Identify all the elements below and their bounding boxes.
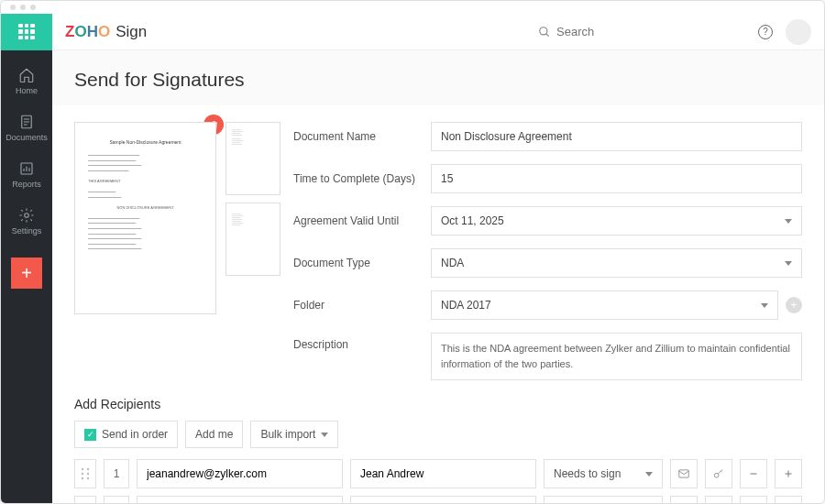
sidebar-item-label: Settings [12, 226, 42, 236]
valid-until-value: Oct 11, 2025 [441, 214, 504, 227]
recipient-name-input[interactable] [350, 496, 536, 503]
folder-select[interactable]: NDA 2017 [431, 290, 778, 320]
home-icon [18, 67, 35, 83]
recipient-add-button[interactable] [775, 496, 802, 503]
svg-point-0 [540, 27, 547, 34]
description-textarea[interactable]: This is the NDA agreement between Zylker… [431, 333, 802, 380]
zoho-logo-icon: ZOHO [65, 23, 110, 41]
help-icon[interactable]: ? [758, 25, 773, 39]
app-name: Sign [116, 23, 147, 41]
svg-point-18 [714, 473, 719, 477]
add-button[interactable]: + [11, 257, 42, 289]
doc-type-value: NDA [441, 257, 464, 269]
document-preview: Sample Non-Disclosure Agreement ━━━━━━━━… [74, 122, 280, 314]
page-title: Send for Signatures [52, 50, 824, 105]
recipient-row: 1 Needs to sign [74, 459, 802, 488]
minus-icon [747, 467, 760, 480]
recipient-email-input[interactable] [137, 459, 343, 488]
add-folder-button[interactable]: + [786, 297, 802, 313]
desc-label: Description [293, 333, 431, 351]
svg-point-10 [25, 214, 29, 218]
drag-handle[interactable] [74, 496, 96, 503]
sidebar-item-label: Home [16, 86, 38, 95]
key-icon [712, 467, 725, 480]
sidebar-item-settings[interactable]: Settings [1, 202, 52, 241]
recipient-action-select[interactable]: Needs to sign [544, 459, 663, 488]
gear-icon [18, 207, 35, 224]
traffic-light-max-icon[interactable] [30, 5, 36, 10]
search-wrap[interactable] [538, 25, 740, 38]
recipient-add-button[interactable] [775, 459, 802, 488]
folder-label: Folder [293, 299, 431, 312]
recipient-email-input[interactable] [137, 496, 343, 503]
recipient-row: 1 Needs to sign [74, 496, 802, 503]
recipient-remove-button[interactable] [740, 496, 767, 503]
chevron-down-icon [785, 219, 792, 224]
order-input[interactable]: 1 [104, 496, 129, 503]
recipient-auth-button[interactable] [705, 459, 732, 488]
svg-point-15 [82, 477, 83, 479]
svg-point-12 [87, 468, 89, 470]
plus-icon [782, 467, 795, 480]
valid-label: Agreement Valid Until [293, 214, 431, 227]
order-input[interactable]: 1 [104, 459, 129, 488]
chevron-down-icon [761, 303, 768, 308]
sidebar-item-reports[interactable]: Reports [1, 155, 52, 194]
reports-icon [18, 160, 35, 177]
chevron-down-icon [785, 261, 792, 266]
recipient-auth-button[interactable] [705, 496, 732, 503]
recipient-message-button[interactable] [670, 496, 698, 503]
svg-rect-17 [679, 470, 689, 477]
add-me-label: Add me [195, 428, 233, 441]
search-icon [538, 26, 551, 38]
sidebar-item-home[interactable]: Home [1, 61, 52, 101]
chevron-down-icon [321, 433, 328, 437]
recipient-name-input[interactable] [350, 459, 536, 488]
document-page-1[interactable]: Sample Non-Disclosure Agreement ━━━━━━━━… [74, 122, 216, 314]
sidebar-item-label: Reports [12, 180, 41, 189]
check-icon: ✓ [84, 429, 96, 441]
doc-name-label: Document Name [293, 130, 431, 143]
send-in-order-checkbox[interactable]: ✓ Send in order [74, 421, 178, 448]
time-input[interactable] [431, 164, 802, 193]
valid-until-select[interactable]: Oct 11, 2025 [431, 206, 802, 236]
search-input[interactable] [556, 25, 740, 38]
drag-handle[interactable] [74, 459, 96, 488]
sidebar-item-documents[interactable]: Documents [1, 108, 52, 148]
folder-value: NDA 2017 [441, 299, 491, 312]
document-page-2[interactable]: ━━━━━━━━━━━━━━━━━━━━━━━━━━━━━━━━━━━━━━━━… [226, 122, 280, 195]
apps-grid-icon [18, 24, 35, 40]
type-label: Document Type [293, 257, 431, 269]
recipients-title: Add Recipients [74, 397, 802, 411]
sidebar: Home Documents Reports Settings + [1, 50, 52, 503]
doc-name-input[interactable] [431, 122, 802, 151]
recipient-action-value: Needs to sign [554, 467, 621, 480]
svg-point-14 [87, 473, 89, 475]
bulk-import-label: Bulk import [260, 428, 315, 441]
document-page-3[interactable]: ━━━━━━━━━━━━━━━━━━━━━━━━━━━━━━━━━━━━━━━━… [226, 203, 280, 276]
traffic-light-close-icon[interactable] [10, 5, 16, 10]
traffic-light-min-icon[interactable] [20, 5, 26, 10]
doc-type-select[interactable]: NDA [431, 248, 802, 278]
message-icon [677, 467, 690, 480]
sidebar-item-label: Documents [6, 133, 48, 142]
add-me-button[interactable]: Add me [185, 421, 243, 448]
avatar[interactable] [786, 19, 811, 45]
documents-icon [18, 114, 35, 130]
recipient-remove-button[interactable] [740, 459, 767, 488]
main-content: Send for Signatures Sample Non-Disclosur… [52, 50, 824, 503]
svg-point-11 [82, 468, 83, 470]
svg-point-13 [82, 473, 83, 475]
bulk-import-button[interactable]: Bulk import [250, 421, 338, 448]
recipient-message-button[interactable] [670, 459, 698, 488]
app-logo: ZOHO Sign [65, 23, 147, 41]
drag-icon [81, 467, 90, 480]
svg-line-1 [546, 33, 549, 36]
window-titlebar [1, 1, 824, 14]
recipient-action-select[interactable]: Needs to sign [544, 496, 663, 503]
time-label: Time to Complete (Days) [293, 172, 431, 185]
send-in-order-label: Send in order [102, 428, 168, 441]
chevron-down-icon [645, 472, 653, 477]
app-header: ZOHO Sign ? [1, 14, 824, 50]
apps-menu-button[interactable] [1, 14, 52, 50]
